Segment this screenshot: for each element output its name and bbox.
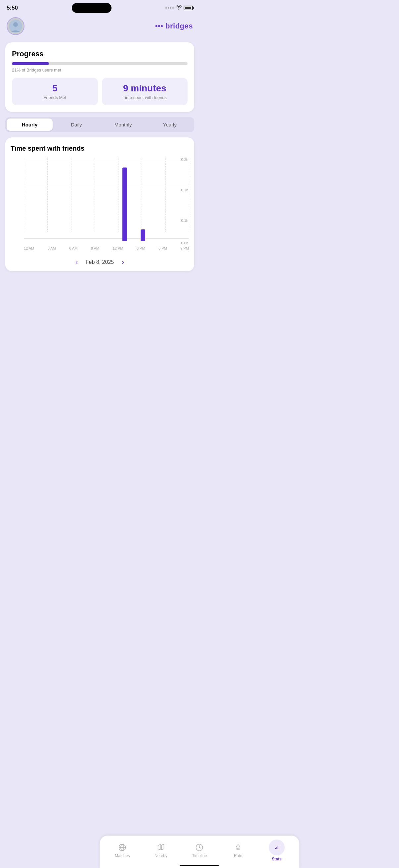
- time-period-tabs: Hourly Daily Monthly Yearly: [5, 117, 194, 132]
- time-spent-card: 9 minutes Time spent with friends: [102, 78, 188, 105]
- time-spent-value: 9 minutes: [106, 83, 184, 94]
- progress-bar-track: [12, 62, 188, 65]
- tab-yearly[interactable]: Yearly: [147, 119, 193, 131]
- time-spent-label: Time spent with friends: [106, 95, 184, 100]
- next-date-button[interactable]: ›: [122, 258, 124, 266]
- status-bar: 5:50: [0, 0, 199, 14]
- x-label-9pm: 9 PM: [180, 246, 189, 250]
- status-time: 5:50: [7, 5, 18, 11]
- wifi-icon: [176, 5, 181, 11]
- status-icons: [165, 5, 193, 11]
- bridges-logo: ••• bridges: [155, 22, 193, 30]
- friends-met-label: Friends Met: [16, 95, 94, 100]
- bar-3am: [42, 158, 60, 241]
- chart-title: Time spent with friends: [10, 145, 189, 152]
- y-label-bottom: 0.0h: [181, 241, 188, 245]
- x-label-3pm: 3 PM: [137, 246, 145, 250]
- bar-9am: [79, 158, 97, 241]
- app-header: ••• bridges: [0, 14, 199, 39]
- chart-card: Time spent with friends 0.2h 0.1h 0.1h 0…: [5, 137, 194, 271]
- stats-row: 5 Friends Met 9 minutes Time spent with …: [12, 78, 188, 105]
- x-label-6pm: 6 PM: [159, 246, 167, 250]
- x-label-9am: 9 AM: [91, 246, 99, 250]
- x-label-12pm: 12 PM: [113, 246, 124, 250]
- signal-icon: [165, 7, 174, 9]
- progress-title: Progress: [12, 50, 188, 58]
- dynamic-island: [72, 3, 111, 13]
- progress-card: Progress 21% of Bridges users met 5 Frie…: [5, 42, 194, 112]
- friends-met-value: 5: [16, 83, 94, 94]
- bar-12pm: [97, 158, 115, 241]
- battery-icon: [184, 6, 193, 10]
- svg-point-0: [178, 9, 179, 9]
- prev-date-button[interactable]: ‹: [75, 258, 78, 266]
- chart-area: 0.2h 0.1h 0.1h 0.0h: [10, 158, 189, 250]
- x-axis-labels: 12 AM 3 AM 6 AM 9 AM 12 PM 3 PM 6 PM 9 P…: [24, 246, 189, 250]
- x-label-3am: 3 AM: [47, 246, 56, 250]
- user-avatar[interactable]: [7, 17, 25, 35]
- bar-12am: [24, 158, 42, 241]
- progress-percentage-label: 21% of Bridges users met: [12, 67, 188, 72]
- tab-monthly[interactable]: Monthly: [100, 119, 146, 131]
- bar-3pm: [115, 158, 134, 241]
- bar-3pm-extra: [134, 158, 152, 241]
- friends-met-card: 5 Friends Met: [12, 78, 98, 105]
- tab-hourly[interactable]: Hourly: [7, 119, 53, 131]
- chart-bars: [24, 158, 189, 241]
- progress-bar-fill: [12, 62, 49, 65]
- svg-point-2: [13, 22, 18, 27]
- x-label-12am: 12 AM: [24, 246, 34, 250]
- chart-navigation: ‹ Feb 8, 2025 ›: [10, 253, 189, 266]
- bar-6pm: [152, 158, 170, 241]
- x-label-6am: 6 AM: [69, 246, 77, 250]
- tab-daily[interactable]: Daily: [53, 119, 99, 131]
- bar-9pm: [171, 158, 189, 241]
- bar-6am: [61, 158, 79, 241]
- chart-date: Feb 8, 2025: [86, 259, 114, 265]
